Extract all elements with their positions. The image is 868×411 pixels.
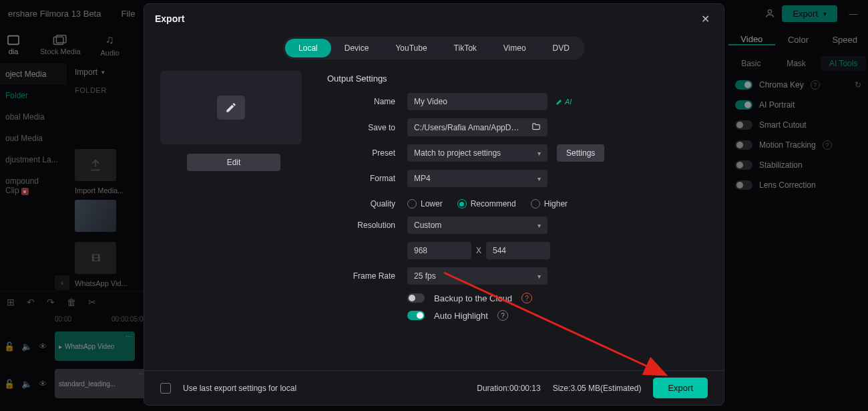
export-dialog-header: Export ✕ bbox=[144, 4, 724, 33]
duration-info: Duration:00:00:13 bbox=[477, 384, 540, 393]
radio-dot bbox=[531, 199, 540, 209]
export-tab-local[interactable]: Local bbox=[285, 39, 331, 57]
quality-radio-higher[interactable]: Higher bbox=[531, 199, 568, 209]
export-tab-dvd[interactable]: DVD bbox=[539, 39, 583, 57]
export-tab-tiktok[interactable]: TikTok bbox=[441, 39, 490, 57]
export-confirm-button[interactable]: Export bbox=[653, 378, 708, 398]
resolution-height-field[interactable]: 544 bbox=[486, 242, 550, 259]
folder-icon[interactable] bbox=[531, 122, 541, 132]
radio-dot bbox=[407, 199, 417, 209]
export-dialog: Export ✕ LocalDeviceYouTubeTikTokVimeoDV… bbox=[144, 3, 724, 406]
quality-radio-recommend[interactable]: Recommend bbox=[457, 199, 516, 209]
auto-highlight-label: Auto Highlight bbox=[434, 311, 488, 321]
save-to-field[interactable]: C:/Users/Rafia Aman/AppData bbox=[407, 118, 548, 136]
label-preset: Preset bbox=[327, 148, 407, 158]
export-tab-vimeo[interactable]: Vimeo bbox=[490, 39, 539, 57]
name-field[interactable]: My Video bbox=[407, 93, 548, 110]
label-framerate: Frame Rate bbox=[327, 271, 407, 281]
export-preview-column: Edit bbox=[160, 71, 307, 370]
framerate-select[interactable]: 25 fps ▾ bbox=[407, 267, 548, 285]
use-last-settings-checkbox[interactable] bbox=[160, 383, 171, 394]
label-save-to: Save to bbox=[327, 123, 407, 132]
quality-radio-group: LowerRecommendHigher bbox=[407, 199, 568, 209]
backup-cloud-toggle[interactable] bbox=[407, 293, 425, 303]
chevron-down-icon: ▾ bbox=[537, 273, 541, 280]
resolution-separator: X bbox=[471, 246, 486, 255]
label-quality: Quality bbox=[327, 199, 407, 209]
help-icon[interactable]: ? bbox=[521, 293, 532, 303]
auto-highlight-row: Auto Highlight ? bbox=[407, 310, 701, 321]
export-preview bbox=[160, 71, 302, 144]
size-info: Size:3.05 MB(Estimated) bbox=[553, 384, 642, 393]
export-dialog-footer: Use last export settings for local Durat… bbox=[144, 370, 724, 405]
resolution-width-field[interactable]: 968 bbox=[407, 242, 471, 259]
preset-select[interactable]: Match to project settings ▾ bbox=[407, 144, 548, 162]
help-icon[interactable]: ? bbox=[497, 310, 508, 321]
close-button[interactable]: ✕ bbox=[697, 11, 713, 27]
resolution-select[interactable]: Custom ▾ bbox=[407, 217, 548, 234]
format-select[interactable]: MP4 ▾ bbox=[407, 170, 548, 187]
chevron-down-icon: ▾ bbox=[537, 150, 541, 157]
pencil-icon bbox=[217, 96, 245, 120]
backup-cloud-label: Backup to the Cloud bbox=[434, 293, 512, 303]
output-settings-header: Output Settings bbox=[327, 74, 701, 84]
chevron-down-icon: ▾ bbox=[537, 222, 541, 229]
radio-dot bbox=[457, 199, 467, 209]
chevron-down-icon: ▾ bbox=[537, 175, 541, 182]
export-tab-device[interactable]: Device bbox=[331, 39, 383, 57]
use-last-settings-label: Use last export settings for local bbox=[183, 384, 296, 393]
auto-highlight-toggle[interactable] bbox=[407, 311, 425, 320]
edit-preview-button[interactable]: Edit bbox=[187, 154, 280, 171]
export-dialog-title: Export bbox=[155, 13, 184, 24]
ai-rename-button[interactable]: AI bbox=[556, 98, 572, 106]
label-format: Format bbox=[327, 174, 407, 183]
quality-radio-lower[interactable]: Lower bbox=[407, 199, 443, 209]
preset-settings-button[interactable]: Settings bbox=[557, 144, 604, 162]
backup-cloud-row: Backup to the Cloud ? bbox=[407, 293, 701, 303]
output-settings: Output Settings Name My Video AI Save to… bbox=[327, 71, 708, 370]
label-name: Name bbox=[327, 97, 407, 106]
label-resolution: Resolution bbox=[327, 221, 407, 230]
export-tabs: LocalDeviceYouTubeTikTokVimeoDVD bbox=[144, 33, 724, 63]
export-tab-youtube[interactable]: YouTube bbox=[382, 39, 440, 57]
